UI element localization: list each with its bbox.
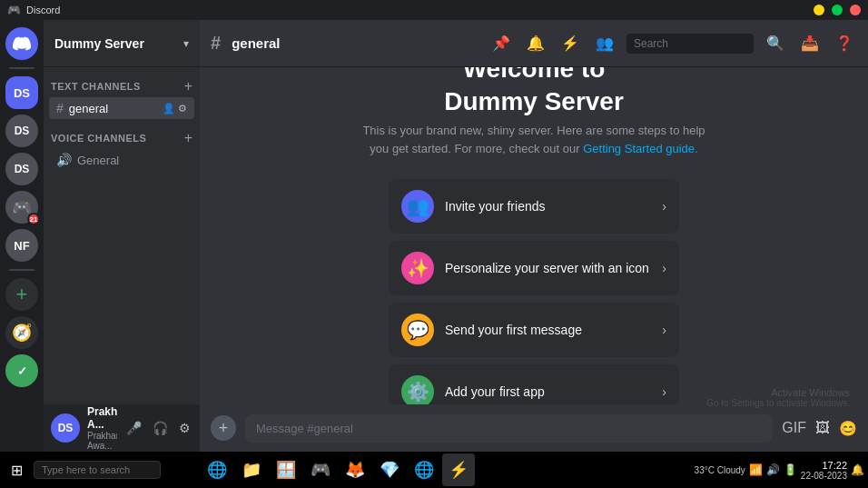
user-panel: DS Prakhar A... Prakhar Awa... 🎤 🎧 ⚙ <box>44 404 200 452</box>
taskbar-clock[interactable]: 17:22 22-08-2023 <box>801 460 847 481</box>
invite-arrow-icon: › <box>662 199 666 214</box>
explore-button[interactable]: 🧭 <box>5 316 38 349</box>
taskbar-app-firefox[interactable]: 🦊 <box>339 453 371 486</box>
user-settings-icon[interactable]: 👤 <box>163 103 175 115</box>
taskbar-app-unknown[interactable]: 🎮 <box>304 453 337 486</box>
microphone-icon[interactable]: 🎤 <box>124 419 143 437</box>
add-app-icon: ⚙️ <box>401 375 434 404</box>
voice-channels-label[interactable]: VOICE CHANNELS <box>51 133 146 144</box>
gif-icon[interactable]: GIF <box>782 420 806 436</box>
help-icon[interactable]: ❓ <box>835 35 853 52</box>
titlebar-title: Discord <box>26 5 60 15</box>
taskbar-right: 33°C Cloudy 📶 🔊 🔋 17:22 22-08-2023 🔔 <box>695 460 864 481</box>
sticker-icon[interactable]: 🖼 <box>815 420 830 436</box>
channel-name-general: general <box>69 102 157 115</box>
notifications-icon[interactable]: 🔔 <box>527 35 545 52</box>
add-server-button[interactable]: + <box>5 278 38 311</box>
inbox-icon[interactable]: 📥 <box>801 35 819 52</box>
action-card-add-app[interactable]: ⚙️ Add your first app › <box>389 364 679 404</box>
server-icon-ds3[interactable]: DS <box>5 153 38 185</box>
search-icon[interactable]: 🔍 <box>766 35 784 52</box>
channel-item-general-voice[interactable]: 🔊 General <box>49 149 194 171</box>
taskbar-app-explorer[interactable]: 📁 <box>235 453 268 486</box>
getting-started-link[interactable]: Getting Started guide. <box>583 142 697 155</box>
taskbar-notification-icon[interactable]: 🔔 <box>851 463 864 476</box>
main-content: # general 📌 🔔 ⚡ 👥 🔍 📥 ❓ Welcome to Dummy… <box>200 20 868 452</box>
start-button[interactable]: ⊞ <box>4 458 30 483</box>
taskbar-app-vscode[interactable]: 💎 <box>373 453 406 486</box>
taskbar-battery-icon[interactable]: 🔋 <box>784 463 797 476</box>
text-channels-label[interactable]: TEXT CHANNELS <box>51 81 141 92</box>
welcome-subtitle: This is your brand new, shiny server. He… <box>361 122 706 157</box>
message-add-button[interactable]: + <box>211 415 236 441</box>
server-icon-discord-home[interactable] <box>5 27 38 60</box>
taskbar-time: 17:22 <box>801 460 847 471</box>
members-icon[interactable]: 👥 <box>596 35 614 52</box>
user-info: Prakhar A... Prakhar Awa... <box>87 405 117 451</box>
notification-badge: 21 <box>27 213 40 225</box>
server-dropdown-icon: ▾ <box>183 37 189 50</box>
threads-icon[interactable]: 📌 <box>492 35 510 52</box>
close-button[interactable]: ✕ <box>850 5 861 15</box>
action-invite-label: Invite your friends <box>445 199 651 214</box>
action-card-send-message[interactable]: 💬 Send your first message › <box>389 303 679 357</box>
topbar-channel-name: general <box>232 35 280 51</box>
welcome-area: Welcome to Dummy Server This is your bra… <box>200 67 868 404</box>
channel-item-general[interactable]: # general 👤 ⚙ <box>49 97 194 119</box>
server-icon-ds2[interactable]: DS <box>5 115 38 147</box>
taskbar-start: ⊞ <box>4 458 161 483</box>
personalize-icon: ✨ <box>401 252 434 284</box>
message-input[interactable] <box>245 414 773 443</box>
maximize-button[interactable]: □ <box>832 5 843 15</box>
titlebar-left: 🎮 Discord <box>7 4 60 16</box>
channel-settings-icon[interactable]: ⚙ <box>178 103 187 115</box>
taskbar-app-chrome[interactable]: 🌐 <box>408 453 440 486</box>
taskbar-app-widgets[interactable]: ⊞ <box>166 453 199 486</box>
personalize-arrow-icon: › <box>662 261 666 275</box>
taskbar-date: 22-08-2023 <box>801 471 847 481</box>
taskbar-app-discord[interactable]: ⚡ <box>442 453 475 486</box>
server-list: DS DS DS 🎮 21 NF + 🧭 ✓ <box>0 20 44 452</box>
taskbar-search-input[interactable] <box>34 461 161 479</box>
channel-sidebar: Dummy Server ▾ TEXT CHANNELS + # general… <box>44 20 200 452</box>
send-message-arrow-icon: › <box>662 323 666 337</box>
action-card-invite[interactable]: 👥 Invite your friends › <box>389 179 679 234</box>
action-card-personalize[interactable]: ✨ Personalize your server with an icon › <box>389 241 679 295</box>
action-cards: 👥 Invite your friends › ✨ Personalize yo… <box>389 179 679 404</box>
welcome-title-line2: Dummy Server <box>444 87 624 115</box>
add-voice-channel-button[interactable]: + <box>184 130 192 146</box>
emoji-icon[interactable]: 😊 <box>839 420 857 437</box>
server-icon-verified[interactable]: ✓ <box>5 354 38 387</box>
taskbar-weather: 33°C Cloudy <box>695 465 745 475</box>
taskbar-app-edge[interactable]: 🌐 <box>201 453 233 486</box>
user-settings-panel-icon[interactable]: ⚙ <box>177 419 192 437</box>
channel-name-general-voice: General <box>77 154 187 167</box>
server-icon-notification[interactable]: 🎮 21 <box>5 191 38 224</box>
taskbar-volume-icon[interactable]: 🔊 <box>766 463 780 476</box>
server-icon-dummy-server[interactable]: DS <box>5 76 38 109</box>
server-icon-nf[interactable]: NF <box>5 229 38 262</box>
server-name: Dummy Server <box>54 36 144 51</box>
channel-hash-icon: # <box>211 33 221 54</box>
app-container: DS DS DS 🎮 21 NF + 🧭 ✓ Dummy Server ▾ TE… <box>0 20 868 452</box>
activities-icon[interactable]: ⚡ <box>561 35 579 52</box>
action-add-app-label: Add your first app <box>445 384 651 399</box>
minimize-button[interactable]: — <box>814 5 824 15</box>
action-personalize-label: Personalize your server with an icon <box>445 261 651 275</box>
text-channel-icon: # <box>56 101 64 115</box>
taskbar-network-icon[interactable]: 📶 <box>749 463 763 476</box>
server-header[interactable]: Dummy Server ▾ <box>44 20 200 67</box>
user-avatar[interactable]: DS <box>51 413 80 443</box>
taskbar-app-store[interactable]: 🪟 <box>270 453 302 486</box>
user-status: Prakhar Awa... <box>87 431 117 451</box>
server-separator <box>9 67 35 69</box>
voice-channel-icon: 🔊 <box>56 153 72 167</box>
titlebar-controls: — □ ✕ <box>814 5 861 15</box>
topbar: # general 📌 🔔 ⚡ 👥 🔍 📥 ❓ <box>200 20 868 67</box>
add-text-channel-button[interactable]: + <box>184 78 192 95</box>
user-name: Prakhar A... <box>87 405 117 431</box>
send-message-icon: 💬 <box>401 314 434 346</box>
discord-icon: 🎮 <box>7 4 21 16</box>
search-input[interactable] <box>626 34 754 54</box>
headset-icon[interactable]: 🎧 <box>151 419 170 437</box>
